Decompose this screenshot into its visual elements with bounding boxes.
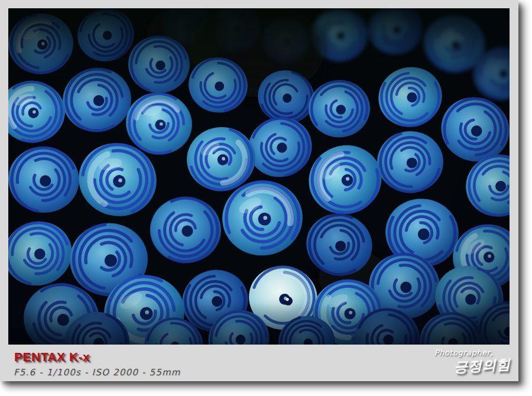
photographer-label: Photographer, (434, 348, 493, 357)
blue-roses-photo (8, 8, 510, 345)
photo-paper-matte: PENTAX K-x F5.6 - 1/100s - ISO 2000 - 55… (0, 0, 518, 381)
exif-settings-label: F5.6 - 1/100s - ISO 2000 - 55mm (14, 367, 181, 378)
photographer-signature: 긍정의힘 (444, 355, 511, 377)
page: PENTAX K-x F5.6 - 1/100s - ISO 2000 - 55… (0, 0, 532, 396)
photo-frame (8, 8, 510, 345)
camera-model-label: PENTAX K-x (14, 350, 90, 364)
